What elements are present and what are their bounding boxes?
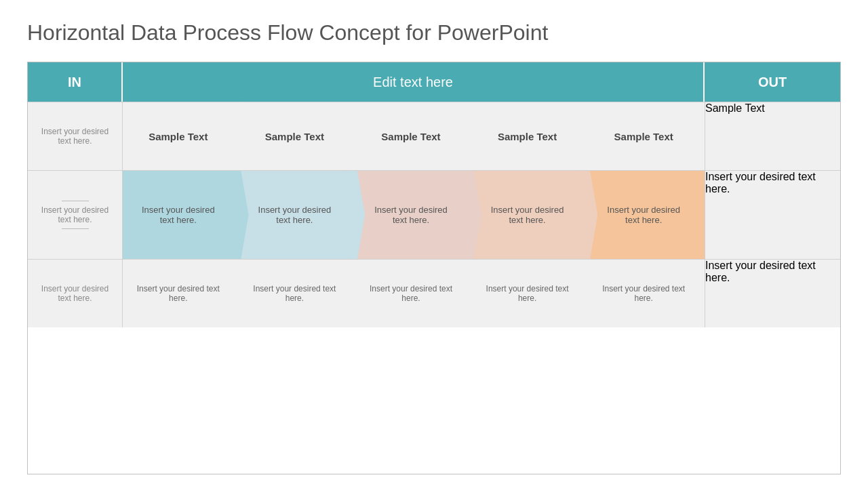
header-middle: Edit text here bbox=[123, 62, 705, 102]
chevron-cell-2-4: Insert your desired text here. bbox=[472, 171, 589, 259]
right-cell-1: Sample Text bbox=[705, 102, 840, 170]
data-row-2: Insert your desired text here. Insert yo… bbox=[28, 170, 840, 259]
chevron-cell-2-5: Insert your desired text here. bbox=[588, 171, 705, 259]
chevron-row-1: Sample Text Sample Text Sample Text Samp… bbox=[123, 102, 705, 170]
data-row-3: Insert your desired text here. Insert yo… bbox=[28, 259, 840, 327]
chevron-cell-1-4: Sample Text bbox=[472, 102, 589, 170]
header-row: IN Edit text here OUT bbox=[28, 62, 840, 102]
chevron-cell-1-3: Sample Text bbox=[355, 102, 472, 170]
chevron-cell-1-1: Sample Text bbox=[123, 102, 239, 170]
data-row-1: Insert your desired text here. Sample Te… bbox=[28, 102, 840, 170]
header-out: OUT bbox=[705, 62, 840, 102]
left-cell-2: Insert your desired text here. bbox=[28, 171, 123, 259]
chevron-cell-2-2: Insert your desired text here. bbox=[239, 171, 356, 259]
page-title: Horizontal Data Process Flow Concept for… bbox=[27, 20, 841, 45]
left-cell-3: Insert your desired text here. bbox=[28, 260, 123, 327]
chevron-cell-1-2: Sample Text bbox=[239, 102, 356, 170]
right-cell-3: Insert your desired text here. bbox=[705, 260, 840, 327]
chevron-cell-2-3: Insert your desired text here. bbox=[355, 171, 472, 259]
chevron-cell-1-5: Sample Text bbox=[588, 102, 705, 170]
flow-table: IN Edit text here OUT Insert your desire… bbox=[27, 62, 841, 474]
header-in: IN bbox=[28, 62, 123, 102]
left-cell-1: Insert your desired text here. bbox=[28, 102, 123, 170]
chevron-row-2: Insert your desired text here. Insert yo… bbox=[123, 171, 705, 259]
chevron-cell-3-1: Insert your desired text here. bbox=[123, 260, 239, 327]
chevron-row-3: Insert your desired text here. Insert yo… bbox=[123, 260, 705, 327]
right-cell-2: Insert your desired text here. bbox=[705, 171, 840, 259]
chevron-cell-3-5: Insert your desired text here. bbox=[588, 260, 705, 327]
chevron-cell-3-4: Insert your desired text here. bbox=[472, 260, 589, 327]
chevron-cell-3-3: Insert your desired text here. bbox=[355, 260, 472, 327]
chevron-cell-3-2: Insert your desired text here. bbox=[239, 260, 356, 327]
chevron-cell-2-1: Insert your desired text here. bbox=[123, 171, 239, 259]
